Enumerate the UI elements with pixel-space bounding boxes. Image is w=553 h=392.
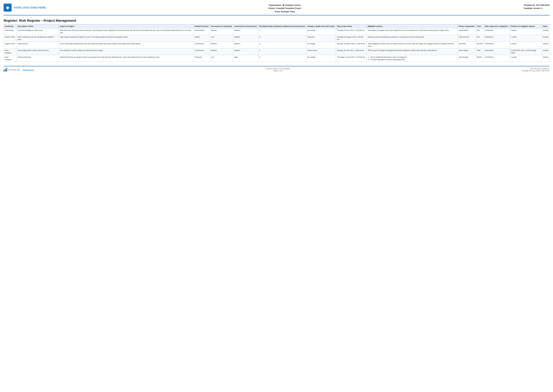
cell-0-3: Environment [194,28,210,35]
table-row: Sophie TurnerStaff turnoverCan't meet pr… [4,42,549,49]
logo-area: ◆ YOUR LOGO GOES HERE [4,4,46,12]
page-header: ◆ YOUR LOGO GOES HERE Organisation: ⊞ Te… [4,4,549,15]
cell-2-1: Staff turnover [17,42,59,49]
cell-2-2: Can't meet project requirements and risk… [59,42,194,49]
organisation-value: ⊞ Template Library [283,4,301,6]
cell-1-8: Tuesday, 30 August 2016, 12:00:00 am [336,35,367,42]
cell-4-12: 01/04/2018 [484,55,509,62]
cell-3-8: Monday, 05 June 2017, 12:00:00 am [336,49,367,55]
template-id-value: DP-COM-0018 [536,4,549,6]
cell-3-10: Dave Wright [458,49,476,55]
cell-4-10: Jane Bonger [458,55,476,62]
risk-register-table: Created by Description of Risk: Impact o… [4,24,549,62]
table-header-row: Created by Description of Risk: Impact o… [4,24,549,28]
cell-0-1: Lack of knowledge of project area [17,28,59,35]
cell-3-7: Gotten worse [306,49,336,55]
cell-3-3: Commercial [194,49,210,55]
col-grade: Resulting Grade (Combined Likelihood and… [258,24,306,28]
cell-1-13: 1 month [509,35,542,42]
cell-1-7: Improved [306,35,336,42]
cell-0-9: Take project managers and senior enginee… [367,28,458,35]
col-function: Related Function: [194,24,210,28]
cell-0-4: Medium [210,28,233,35]
logo-text: YOUR LOGO GOES HERE [14,6,46,9]
cell-0-13: 2 weeks [509,28,542,35]
cell-1-10: Pete Johnson [458,35,476,42]
cell-0-10: David Heeler [458,28,476,35]
cell-0-7: No change [306,28,336,35]
cell-2-7: No change [306,42,336,49]
cell-0-11: N/A [476,28,484,35]
template-version-label: Template Version: [524,7,541,9]
project-label: Project: [268,7,276,9]
cell-2-9: Staff engagement report and new staff in… [367,42,458,49]
cell-4-8: Thursday, 01 June 2017, 12:00:00 am [336,55,367,62]
cell-3-11: TBD [476,49,484,55]
created-at-label: This PDF was created at [522,68,549,70]
cell-2-5: Medium [233,42,258,49]
organisation-label: Organisation: [269,4,282,6]
project-value: Example Template Project [276,7,301,9]
cell-1-14: Activity [542,35,549,42]
cell-4-14: Activity [542,55,549,62]
col-work: Work [542,24,549,28]
cell-2-0: Sophie Turner [4,42,17,49]
col-last-review: Date of last review: [336,24,367,28]
cell-1-2: High impact if people get injured or wor… [59,35,194,42]
cell-3-1: Not enough data to make smart decisions [17,49,59,55]
col-description: Description of Risk: [17,24,59,28]
cell-3-14: Activity [542,49,549,55]
printed-text: Printed version is uncontrolled [266,68,290,70]
col-seriousness: Assessment of Seriousness: [233,24,258,28]
logo-icon: ◆ [4,4,12,12]
created-at-date: Tuesday, 09 July 2019, 9:16:07 am [522,70,549,72]
cell-0-2: May make poor decisions around clearing,… [59,28,194,35]
cell-4-2: Without financing, the project ceases to… [59,55,194,62]
cell-4-11: $1000 [476,55,484,62]
cell-0-8: Tuesday, 06 June 2017, 12:00:00 am [336,28,367,35]
cell-3-5: Medium [233,49,258,55]
cell-3-4: Medium [210,49,233,55]
page-number: Page 1 of 1 [266,70,290,72]
footer-left: Generated with dashpivot.com [4,68,34,71]
cell-2-3: Commercial [194,42,210,49]
cell-1-3: Safety [194,35,210,42]
cell-4-6: C [258,55,306,62]
cell-3-9: RFP process for project management finan… [367,49,458,55]
table-row: Evan WongLack of knowledge of project ar… [4,28,549,35]
page-footer: Generated with dashpivot.com Printed ver… [4,66,549,72]
cell-1-12: 30/09/2018 [484,35,509,42]
cell-0-0: Evan Wong [4,28,17,35]
cell-1-4: Low [210,35,233,42]
col-timeline: Timeline for mitigation actions: [509,24,542,28]
team-label: Team: [275,11,280,13]
cell-0-12: 07/06/2018 [484,28,509,35]
cell-2-13: 6 weeks [509,42,542,49]
col-date-completion: Date required for completion: [484,24,509,28]
cell-4-1: Delay in financing [17,55,59,62]
cell-3-6: C [258,49,306,55]
template-id-label: Template ID: [524,4,536,6]
cell-3-0: Dave Hodgson [4,49,17,55]
cell-4-0: Dave Hodgson [4,55,17,62]
cell-4-9: 1. Secure additional financing in case o… [367,55,458,62]
header-right: Template ID: DP-COM-0018 Template Versio… [524,4,549,10]
cell-0-14: Activity [542,28,549,35]
dashpivot-link[interactable]: dashpivot.com [23,69,34,71]
cell-3-12: 06/04/2018 [484,49,509,55]
cell-4-7: No change [306,55,336,62]
cell-0-5: Medium [233,28,258,35]
table-row: Dave HodgsonNot enough data to make smar… [4,49,549,55]
cell-3-13: 3 month RFP and 1 month training rollout [509,49,542,55]
cell-0-6: C [258,28,306,35]
cell-2-14: Activity [542,42,549,49]
cell-3-2: Poor decisions result in delays and deli… [59,49,194,55]
dashpivot-logo-icon [4,68,7,71]
page-title: Register: Risk Register - Project Manage… [4,19,549,22]
cell-4-4: Low [210,55,233,62]
cell-2-10: Iona Hills [458,42,476,49]
cell-2-12: 07/05/2018 [484,42,509,49]
team-value: Example Team [281,11,295,13]
template-version-value: 2 [541,7,542,9]
cell-1-9: Audit pre-start and induction processes … [367,35,458,42]
